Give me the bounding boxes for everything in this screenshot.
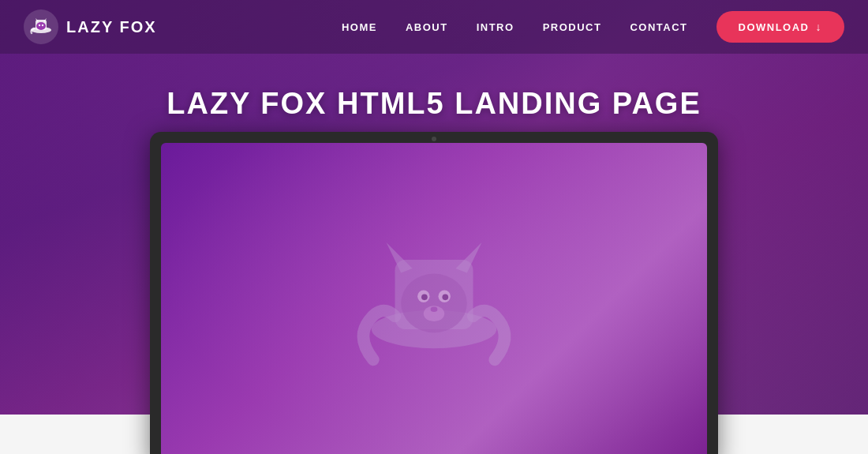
screen-fox-logo [347, 216, 521, 390]
svg-point-18 [431, 306, 438, 312]
navbar: LAZY FOX HOME ABOUT INTRO PRODUCT CONTAC… [0, 0, 868, 54]
logo-text: LAZY FOX [66, 18, 157, 36]
svg-point-7 [42, 24, 43, 26]
nav-intro[interactable]: INTRO [477, 21, 514, 33]
nav-contact[interactable]: CONTACT [630, 21, 687, 33]
download-icon: ↓ [816, 21, 823, 33]
svg-point-15 [421, 294, 428, 300]
nav-about[interactable]: ABOUT [406, 21, 448, 33]
logo-icon [24, 9, 58, 44]
laptop-screen-bezel [161, 143, 707, 454]
svg-point-16 [442, 294, 448, 300]
nav-links: HOME ABOUT INTRO PRODUCT CONTACT DOWNLOA… [342, 11, 844, 43]
svg-point-10 [401, 274, 467, 333]
svg-point-6 [39, 24, 40, 26]
laptop [150, 132, 718, 454]
logo-area: LAZY FOX [24, 9, 157, 44]
svg-marker-11 [387, 242, 413, 273]
nav-download-button[interactable]: DOWNLOAD ↓ [716, 11, 845, 43]
nav-product[interactable]: PRODUCT [543, 21, 602, 33]
hero-section: LAZY FOX HOME ABOUT INTRO PRODUCT CONTAC… [0, 0, 868, 454]
laptop-screen-outer [150, 132, 718, 454]
nav-home[interactable]: HOME [342, 21, 377, 33]
laptop-mockup [150, 132, 718, 454]
svg-point-3 [36, 22, 46, 30]
hero-title: LAZY FOX HTML5 LANDING PAGE [166, 87, 702, 121]
camera-dot [432, 137, 436, 141]
svg-marker-12 [456, 242, 482, 273]
